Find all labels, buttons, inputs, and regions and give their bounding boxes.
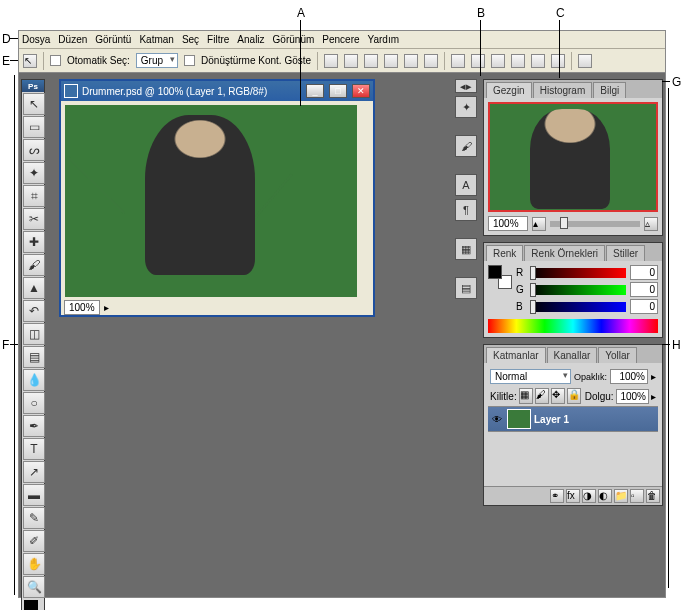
tab-info[interactable]: Bilgi bbox=[593, 82, 626, 98]
move-tool-icon[interactable]: ↖ bbox=[23, 54, 37, 68]
r-slider[interactable] bbox=[530, 268, 626, 278]
type-tool[interactable]: T bbox=[23, 438, 45, 460]
lasso-tool[interactable]: ᔕ bbox=[23, 139, 45, 161]
link-layers-icon[interactable]: ⚭ bbox=[550, 489, 564, 503]
dock-handle[interactable]: ◂▸ bbox=[455, 79, 477, 93]
lock-transparency-icon[interactable]: ▦ bbox=[519, 388, 533, 404]
menu-edit[interactable]: Düzen bbox=[58, 34, 87, 45]
zoom-in-icon[interactable]: ▵ bbox=[644, 217, 658, 231]
document-titlebar[interactable]: Drummer.psd @ 100% (Layer 1, RGB/8#) _ □… bbox=[61, 81, 373, 101]
tab-styles[interactable]: Stiller bbox=[606, 245, 645, 261]
zoom-level[interactable]: 100% bbox=[64, 300, 100, 315]
color-fgbg-swatch[interactable] bbox=[488, 265, 512, 289]
new-layer-icon[interactable]: ▫ bbox=[630, 489, 644, 503]
doc-info-arrow-icon[interactable]: ▸ bbox=[104, 302, 109, 313]
align-hcenter-icon[interactable] bbox=[404, 54, 418, 68]
brush-tool[interactable]: 🖌 bbox=[23, 254, 45, 276]
crop-tool[interactable]: ⌗ bbox=[23, 185, 45, 207]
menu-select[interactable]: Seç bbox=[182, 34, 199, 45]
color-swatches[interactable] bbox=[24, 600, 42, 610]
layer-style-icon[interactable]: fx bbox=[566, 489, 580, 503]
blur-tool[interactable]: 💧 bbox=[23, 369, 45, 391]
tab-navigator[interactable]: Gezgin bbox=[486, 82, 532, 98]
dock-character-icon[interactable]: A bbox=[455, 174, 477, 196]
zoom-slider[interactable] bbox=[550, 221, 640, 227]
notes-tool[interactable]: ✎ bbox=[23, 507, 45, 529]
auto-select-dropdown[interactable]: Grup bbox=[136, 53, 178, 68]
eraser-tool[interactable]: ◫ bbox=[23, 323, 45, 345]
auto-select-checkbox[interactable] bbox=[50, 55, 61, 66]
align-left-icon[interactable] bbox=[384, 54, 398, 68]
lock-image-icon[interactable]: 🖌 bbox=[535, 388, 549, 404]
dodge-tool[interactable]: ○ bbox=[23, 392, 45, 414]
delete-layer-icon[interactable]: 🗑 bbox=[646, 489, 660, 503]
menu-layer[interactable]: Katman bbox=[139, 34, 173, 45]
move-tool[interactable]: ↖ bbox=[23, 93, 45, 115]
g-slider[interactable] bbox=[530, 285, 626, 295]
tab-color[interactable]: Renk bbox=[486, 245, 523, 261]
distribute-left-icon[interactable] bbox=[511, 54, 525, 68]
pen-tool[interactable]: ✒ bbox=[23, 415, 45, 437]
opacity-arrow-icon[interactable]: ▸ bbox=[651, 371, 656, 382]
b-value[interactable]: 0 bbox=[630, 299, 658, 314]
adjustment-layer-icon[interactable]: ◐ bbox=[598, 489, 612, 503]
lock-position-icon[interactable]: ✥ bbox=[551, 388, 565, 404]
foreground-color-swatch[interactable] bbox=[24, 600, 38, 610]
layer-row[interactable]: 👁 Layer 1 bbox=[488, 406, 658, 432]
tab-paths[interactable]: Yollar bbox=[598, 347, 637, 363]
maximize-button[interactable]: □ bbox=[329, 84, 347, 98]
align-top-icon[interactable] bbox=[324, 54, 338, 68]
menu-view[interactable]: Görünüm bbox=[273, 34, 315, 45]
tab-swatches[interactable]: Renk Örnekleri bbox=[524, 245, 605, 261]
vertical-scrollbar[interactable] bbox=[359, 105, 373, 297]
layer-mask-icon[interactable]: ◑ bbox=[582, 489, 596, 503]
dock-brushes-icon[interactable]: 🖌 bbox=[455, 135, 477, 157]
layer-group-icon[interactable]: 📁 bbox=[614, 489, 628, 503]
navigator-preview[interactable] bbox=[488, 102, 658, 212]
distribute-vcenter-icon[interactable] bbox=[471, 54, 485, 68]
zoom-tool[interactable]: 🔍 bbox=[23, 576, 45, 598]
layer-visibility-icon[interactable]: 👁 bbox=[490, 412, 504, 426]
fill-input[interactable]: 100% bbox=[616, 389, 649, 404]
heal-tool[interactable]: ✚ bbox=[23, 231, 45, 253]
b-slider[interactable] bbox=[530, 302, 626, 312]
marquee-tool[interactable]: ▭ bbox=[23, 116, 45, 138]
g-value[interactable]: 0 bbox=[630, 282, 658, 297]
distribute-hcenter-icon[interactable] bbox=[531, 54, 545, 68]
hand-tool[interactable]: ✋ bbox=[23, 553, 45, 575]
history-brush-tool[interactable]: ↶ bbox=[23, 300, 45, 322]
menu-window[interactable]: Pencere bbox=[322, 34, 359, 45]
align-vcenter-icon[interactable] bbox=[344, 54, 358, 68]
eyedropper-tool[interactable]: ✐ bbox=[23, 530, 45, 552]
menu-help[interactable]: Yardım bbox=[368, 34, 400, 45]
arrange-icon[interactable] bbox=[578, 54, 592, 68]
navigator-zoom-input[interactable]: 100% bbox=[488, 216, 528, 231]
distribute-top-icon[interactable] bbox=[451, 54, 465, 68]
align-right-icon[interactable] bbox=[424, 54, 438, 68]
layer-thumbnail[interactable] bbox=[507, 409, 531, 429]
menu-file[interactable]: Dosya bbox=[22, 34, 50, 45]
distribute-bottom-icon[interactable] bbox=[491, 54, 505, 68]
lock-all-icon[interactable]: 🔒 bbox=[567, 388, 581, 404]
tab-layers[interactable]: Katmanlar bbox=[486, 347, 546, 363]
menu-filter[interactable]: Filtre bbox=[207, 34, 229, 45]
dock-layers-comp-icon[interactable]: ▤ bbox=[455, 277, 477, 299]
menu-image[interactable]: Görüntü bbox=[95, 34, 131, 45]
close-button[interactable]: ✕ bbox=[352, 84, 370, 98]
layer-name[interactable]: Layer 1 bbox=[534, 414, 569, 425]
tab-channels[interactable]: Kanallar bbox=[547, 347, 598, 363]
blend-mode-dropdown[interactable]: Normal bbox=[490, 369, 571, 384]
dock-clone-icon[interactable]: ▦ bbox=[455, 238, 477, 260]
transform-controls-checkbox[interactable] bbox=[184, 55, 195, 66]
fill-arrow-icon[interactable]: ▸ bbox=[651, 391, 656, 402]
document-canvas[interactable] bbox=[65, 105, 357, 297]
minimize-button[interactable]: _ bbox=[306, 84, 324, 98]
stamp-tool[interactable]: ▲ bbox=[23, 277, 45, 299]
slice-tool[interactable]: ✂ bbox=[23, 208, 45, 230]
wand-tool[interactable]: ✦ bbox=[23, 162, 45, 184]
color-spectrum[interactable] bbox=[488, 319, 658, 333]
tab-histogram[interactable]: Histogram bbox=[533, 82, 593, 98]
dock-tool-presets-icon[interactable]: ✦ bbox=[455, 96, 477, 118]
shape-tool[interactable]: ▬ bbox=[23, 484, 45, 506]
align-bottom-icon[interactable] bbox=[364, 54, 378, 68]
